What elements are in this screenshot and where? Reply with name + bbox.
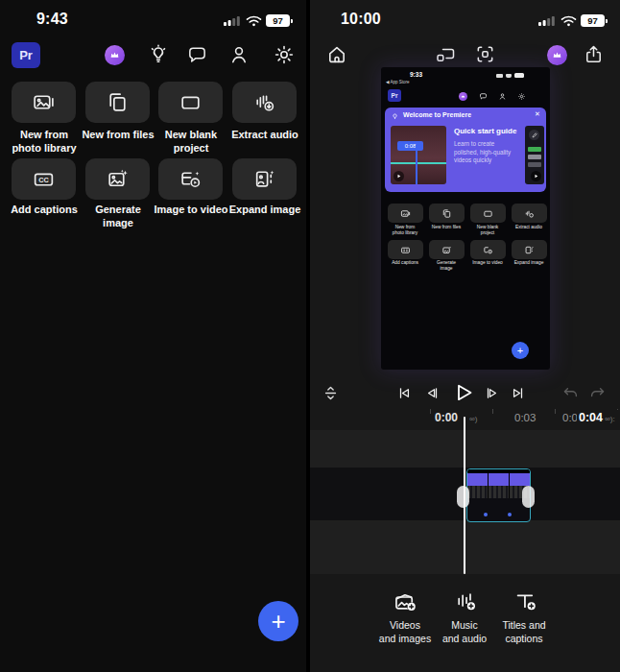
thumbnail-play-icon — [393, 171, 404, 181]
banner-card-body: Learn to create polished, high-quality v… — [454, 140, 511, 165]
captions-icon: CC — [32, 167, 56, 191]
tips-lightbulb-icon[interactable] — [147, 43, 170, 66]
svg-text:CC: CC — [38, 176, 49, 184]
tile-extract-audio[interactable] — [232, 82, 297, 123]
tile-expand-image[interactable] — [232, 158, 297, 200]
tile-label: Image to video — [151, 203, 231, 216]
home-icon[interactable] — [325, 43, 348, 66]
timeline-clip[interactable] — [466, 468, 531, 522]
blank-project-icon — [179, 90, 203, 114]
tile-label: New blank project — [151, 128, 231, 155]
premiere-logo: Pr — [12, 42, 40, 68]
battery-indicator: 97 — [266, 14, 293, 27]
tile-label: Extract audio — [225, 128, 305, 141]
status-time: 10:00 — [341, 11, 381, 28]
tile-label: Generate image — [78, 203, 158, 229]
tile-label: New from photo library — [4, 128, 84, 155]
ruler-label-0: 0:00 — [435, 411, 458, 424]
preview-tile — [388, 240, 423, 259]
step-back-frame-icon[interactable] — [424, 385, 441, 401]
videos-images-icon[interactable] — [393, 588, 418, 614]
titles-captions-icon[interactable] — [513, 588, 538, 614]
share-export-icon[interactable] — [583, 43, 605, 65]
tile-new-from-files[interactable] — [85, 82, 150, 123]
premium-crown-badge[interactable] — [547, 45, 567, 65]
tile-image-to-video[interactable] — [158, 158, 223, 200]
preview-tile-label: New from photo library — [383, 225, 427, 236]
banner-lightbulb-icon — [391, 112, 399, 121]
timeline-lower-strip — [310, 520, 620, 574]
preview-tile-label: Image to video — [465, 260, 510, 266]
preview-tile — [470, 204, 506, 223]
cellular-signal-icon — [538, 15, 556, 27]
expand-image-icon — [252, 167, 276, 191]
timeline-ruler[interactable]: 0:00 ∞) 0:03 0:06 0:04 ∞): — [310, 408, 620, 430]
clip-keyframe-dot — [484, 513, 488, 516]
tile-add-captions[interactable]: CC — [12, 158, 76, 200]
preview-fab: + — [512, 342, 529, 359]
banner-video-thumbnail: 0:08 — [391, 126, 446, 184]
settings-gear-icon[interactable] — [273, 43, 296, 66]
tile-new-from-photo-library[interactable] — [12, 82, 76, 123]
preview-tile-label: Add captions — [383, 260, 427, 266]
account-person-icon[interactable] — [227, 43, 250, 66]
image-to-video-icon — [179, 167, 203, 191]
preview-tile-label: Generate image — [424, 260, 468, 272]
toolbar-item-label[interactable]: Titles and captions — [490, 618, 558, 645]
banner-next-card-sliver — [525, 126, 544, 184]
feedback-chat-icon[interactable] — [186, 44, 208, 66]
preview-status-time: 9:33 — [410, 71, 422, 78]
photo-library-icon — [32, 90, 56, 114]
wifi-icon — [246, 15, 262, 27]
preview-premiere-logo: Pr — [388, 89, 401, 102]
extract-audio-icon — [252, 90, 276, 114]
banner-title: Welcome to Premiere — [403, 111, 471, 118]
ruler-label-0-suffix: ∞) — [469, 415, 477, 423]
skip-to-end-icon[interactable] — [510, 385, 526, 401]
preview-back-to-app-store: ◀ App Store — [386, 80, 409, 84]
preview-status-icons — [496, 73, 524, 78]
preview-tile — [429, 240, 465, 259]
preview-tile — [470, 240, 506, 259]
generate-image-icon — [106, 167, 130, 191]
timeline-upper-strip — [310, 430, 620, 468]
timeline-resize-handle-icon[interactable] — [322, 385, 339, 401]
toolbar-item-label[interactable]: Videos and images — [371, 618, 439, 645]
music-audio-icon[interactable] — [453, 588, 479, 614]
tile-label: New from files — [78, 128, 158, 141]
clip-keyframe-dot — [508, 513, 512, 516]
toolbar-item-label[interactable]: Music and audio — [431, 618, 498, 645]
tile-new-blank-project[interactable] — [158, 82, 223, 123]
preview-on-device-icon[interactable] — [435, 45, 456, 64]
banner-card-title: Quick start guide — [454, 127, 516, 135]
screenshot-pair: 9:43 97 Pr — [0, 0, 620, 672]
preview-tile-label: Extract audio — [507, 225, 550, 230]
tile-generate-image[interactable] — [85, 158, 150, 200]
status-time: 9:43 — [36, 11, 68, 28]
clip-trim-handle-right[interactable] — [522, 486, 535, 508]
playhead[interactable] — [464, 417, 465, 574]
preview-tile-label: Expand image — [507, 260, 550, 266]
preview-person-icon — [498, 92, 507, 101]
redo-icon[interactable] — [589, 385, 607, 401]
preview-tile-label: New blank project — [465, 225, 510, 236]
video-preview-canvas[interactable]: 9:33 ◀ App Store Pr — [381, 67, 550, 370]
new-project-fab[interactable]: + — [258, 601, 298, 641]
preview-tile-label: New from files — [424, 225, 468, 230]
ruler-label-1: 0:03 — [514, 412, 536, 423]
preview-crown-badge — [459, 92, 467, 101]
tile-label: Add captions — [4, 203, 84, 216]
fullscreen-icon[interactable] — [474, 43, 496, 65]
premium-crown-badge[interactable] — [105, 45, 125, 65]
preview-gear-icon — [517, 92, 526, 101]
wifi-icon — [560, 15, 577, 27]
skip-to-start-icon[interactable] — [396, 385, 413, 401]
right-screenshot-premiere-editor: 10:00 97 9:33 ◀ App Store — [310, 0, 620, 672]
step-forward-frame-icon[interactable] — [484, 385, 500, 401]
play-icon[interactable] — [452, 381, 475, 404]
preview-tile — [512, 204, 547, 223]
preview-chat-icon — [479, 92, 488, 101]
cellular-signal-icon — [224, 15, 241, 27]
banner-close-icon: ✕ — [535, 110, 540, 118]
undo-icon[interactable] — [561, 385, 579, 401]
